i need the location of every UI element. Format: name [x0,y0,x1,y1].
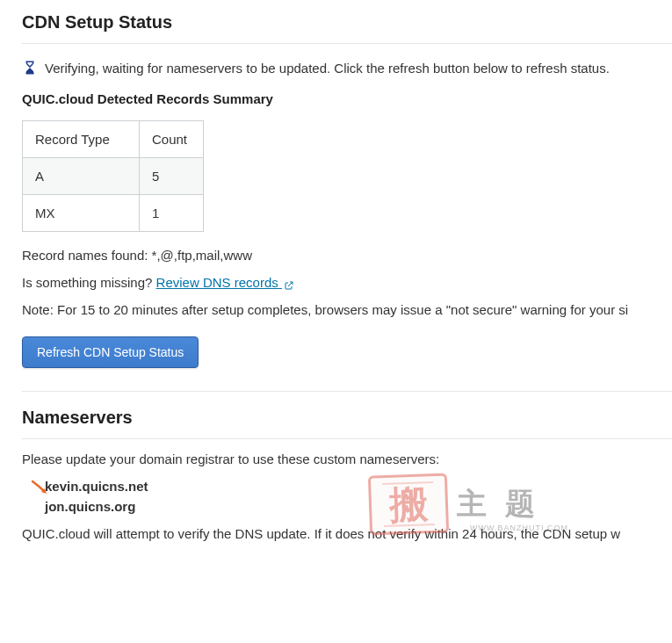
nameserver-entry: jon.quicns.org [45,499,672,514]
records-summary-table: Record Type Count A 5 MX 1 [22,120,204,232]
nameservers-followup-text: QUIC.cloud will attempt to verify the DN… [22,526,672,541]
review-dns-records-link-text: Review DNS records [156,275,278,290]
table-header-count: Count [140,121,204,158]
nameservers-heading: Nameservers [22,408,672,439]
record-names-value: *,@,ftp,mail,www [152,248,252,263]
record-type-cell: MX [23,195,140,232]
table-row: MX 1 [23,195,204,232]
missing-prompt-line: Is something missing? Review DNS records [22,275,672,290]
external-link-icon [284,278,294,289]
nameserver-entry: kevin.quicns.net [45,479,672,494]
annotation-arrow-icon [29,477,50,498]
record-names-line: Record names found: *,@,ftp,mail,www [22,248,672,263]
record-names-label: Record names found: [22,248,148,263]
table-header-record-type: Record Type [23,121,140,158]
nameservers-instruction: Please update your domain registrar to u… [22,452,672,466]
nameservers-list: kevin.quicns.net jon.quicns.org [45,479,672,514]
record-count-cell: 1 [140,195,204,232]
hourglass-icon [22,60,38,76]
verify-status-text: Verifying, waiting for nameservers to be… [45,61,610,76]
record-count-cell: 5 [140,158,204,195]
review-dns-records-link[interactable]: Review DNS records [156,275,294,290]
table-row: A 5 [23,158,204,195]
cdn-setup-status-heading: CDN Setup Status [22,12,672,44]
verify-status-line: Verifying, waiting for nameservers to be… [22,60,672,76]
refresh-cdn-setup-status-button[interactable]: Refresh CDN Setup Status [22,336,199,368]
setup-note-text: Note: For 15 to 20 minutes after setup c… [22,302,672,317]
records-summary-heading: QUIC.cloud Detected Records Summary [22,91,672,106]
missing-prompt-text: Is something missing? [22,275,152,290]
record-type-cell: A [23,158,140,195]
